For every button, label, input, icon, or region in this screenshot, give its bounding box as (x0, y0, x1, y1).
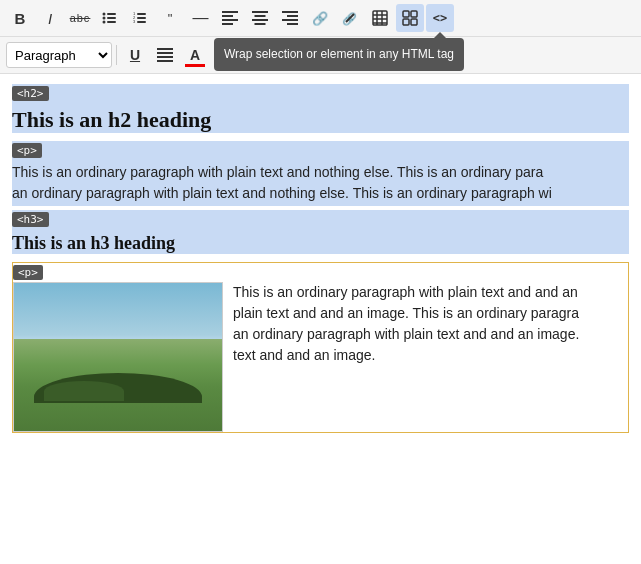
h2-block: <h2> This is an h2 heading (12, 84, 629, 133)
p2-block: <p> This is an ordinary paragraph with p… (12, 262, 629, 433)
svg-point-5 (103, 21, 106, 24)
align-left-button[interactable] (216, 4, 244, 32)
svg-rect-40 (219, 49, 231, 61)
insert-table-button[interactable] (366, 4, 394, 32)
unordered-list-button[interactable] (96, 4, 124, 32)
unlink-button[interactable]: 🔗 (336, 4, 364, 32)
p1-paragraph[interactable]: This is an ordinary paragraph with plain… (12, 160, 629, 206)
svg-rect-42 (312, 52, 323, 54)
blockquote-button[interactable]: " (156, 4, 184, 32)
clear-format-button[interactable]: ⊘ (241, 41, 269, 69)
underline-button[interactable]: U (121, 41, 149, 69)
svg-point-3 (103, 13, 106, 16)
p2-paragraph[interactable]: This is an ordinary paragraph with plain… (233, 282, 579, 366)
bold-button[interactable]: B (6, 4, 34, 32)
align-center-button[interactable] (246, 4, 274, 32)
image-text-container: This is an ordinary paragraph with plain… (13, 282, 628, 432)
p1-tag-label: <p> (12, 143, 42, 158)
svg-rect-7 (137, 17, 146, 19)
hr-button[interactable]: — (186, 4, 214, 32)
svg-rect-6 (137, 13, 146, 15)
p2-tag-label: <p> (13, 265, 43, 280)
h2-heading[interactable]: This is an h2 heading (12, 107, 629, 133)
svg-rect-14 (222, 19, 238, 21)
svg-rect-36 (157, 48, 173, 50)
link-button[interactable]: 🔗 (306, 4, 334, 32)
svg-rect-1 (107, 17, 116, 19)
indent-button[interactable] (301, 41, 329, 69)
format-select[interactable]: Paragraph Heading 1 Heading 2 Heading 3 … (6, 42, 112, 68)
svg-rect-43 (312, 56, 323, 58)
svg-rect-15 (222, 23, 233, 25)
svg-rect-8 (137, 21, 146, 23)
svg-marker-45 (307, 53, 311, 57)
editor-area[interactable]: <h2> This is an h2 heading <p> This is a… (0, 74, 641, 447)
svg-text:3: 3 (133, 19, 136, 24)
svg-rect-44 (307, 60, 323, 62)
svg-rect-35 (411, 19, 417, 25)
h3-block: <h3> This is an h3 heading (12, 210, 629, 254)
align-right-button[interactable] (276, 4, 304, 32)
svg-rect-34 (403, 19, 409, 25)
svg-rect-21 (287, 15, 298, 17)
svg-rect-38 (157, 56, 173, 58)
svg-rect-37 (157, 52, 173, 54)
toolbar-top: B I abc 123 " — 🔗 🔗 <> Wrap selection or… (0, 0, 641, 37)
svg-rect-18 (252, 19, 268, 21)
svg-rect-23 (287, 23, 298, 25)
omega-button[interactable]: Ω (271, 41, 299, 69)
divider (116, 45, 117, 65)
ordered-list-button[interactable]: 123 (126, 4, 154, 32)
html-wrap-button[interactable]: <> (426, 4, 454, 32)
toolbar-bottom: Paragraph Heading 1 Heading 2 Heading 3 … (0, 37, 641, 74)
highlight-button[interactable] (211, 41, 239, 69)
strikethrough-button[interactable]: abc (66, 4, 94, 32)
h3-heading[interactable]: This is an h3 heading (12, 233, 629, 254)
h3-tag-label: <h3> (12, 210, 629, 229)
grid-button[interactable] (396, 4, 424, 32)
svg-rect-16 (252, 11, 268, 13)
svg-point-4 (103, 17, 106, 20)
svg-rect-2 (107, 21, 116, 23)
italic-button[interactable]: I (36, 4, 64, 32)
svg-rect-41 (307, 48, 323, 50)
h2-tag-label: <h2> (12, 84, 629, 103)
editor-image[interactable] (13, 282, 223, 432)
svg-rect-39 (157, 60, 173, 62)
svg-rect-20 (282, 11, 298, 13)
svg-rect-13 (222, 15, 233, 17)
font-color-button[interactable]: A (181, 41, 209, 69)
svg-rect-12 (222, 11, 238, 13)
svg-rect-32 (403, 11, 409, 17)
p1-block: <p> This is an ordinary paragraph with p… (12, 141, 629, 206)
svg-rect-17 (255, 15, 266, 17)
svg-rect-19 (255, 23, 266, 25)
svg-rect-0 (107, 13, 116, 15)
list-style-button[interactable] (151, 41, 179, 69)
svg-rect-22 (282, 19, 298, 21)
svg-rect-33 (411, 11, 417, 17)
